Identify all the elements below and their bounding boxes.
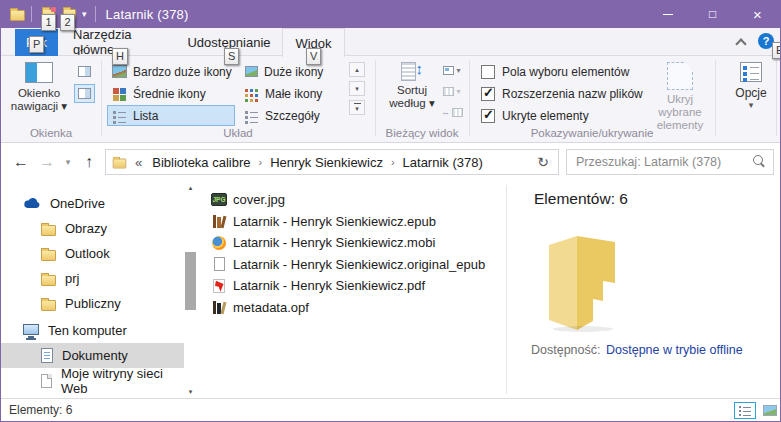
group-separator <box>776 60 777 136</box>
details-pane-button[interactable] <box>74 84 95 103</box>
resize-arrows-icon: ↔ <box>441 107 450 117</box>
sidebar-item-outlook[interactable]: Outlook <box>1 241 184 266</box>
search-input[interactable] <box>567 155 749 169</box>
preview-pane-icon <box>78 66 91 77</box>
group-separator <box>375 60 376 136</box>
refresh-icon[interactable]: ↻ <box>532 154 554 170</box>
sort-by-button[interactable]: ↕ Sortuj według ▾ <box>383 60 441 126</box>
details-pane: Elementów: 6 Dostępność: Dostępne w tryb… <box>507 181 780 398</box>
sidebar-item-prj[interactable]: prj <box>1 266 184 291</box>
scroll-down-icon[interactable]: ▾ <box>184 385 197 398</box>
thumbnail-view-icon <box>763 405 777 416</box>
up-button[interactable]: ↑ <box>77 143 101 181</box>
view-option-list[interactable]: Lista <box>107 105 235 126</box>
layout-more-button[interactable]: ▾ <box>349 100 365 115</box>
qat-dropdown-icon[interactable]: ▾ <box>82 9 87 19</box>
search-icon[interactable] <box>749 152 769 172</box>
keytip-share: S <box>224 48 239 65</box>
breadcrumb-chevron-icon[interactable]: › <box>255 156 267 168</box>
close-button[interactable]: × <box>735 0 780 28</box>
view-option-medium-icons[interactable]: Średnie ikony <box>107 83 235 104</box>
recent-locations-icon[interactable]: ▾ <box>61 143 75 181</box>
view-option-small-icons[interactable]: Małe ikony <box>239 83 345 104</box>
document-icon <box>41 348 53 363</box>
navigation-pane-button[interactable]: Okienko nawigacji ▾ <box>7 60 71 124</box>
checkbox-item-check-boxes[interactable]: ✓ Pola wyboru elementów <box>481 63 629 81</box>
main-content: OneDrive Obrazy Outlook prj Publiczny Te… <box>1 181 780 398</box>
details-pane-icon <box>78 88 91 99</box>
view-option-details[interactable]: Szczegóły <box>239 105 345 126</box>
thumbnail-view-toggle-button[interactable] <box>759 402 781 419</box>
firefox-icon <box>212 236 226 250</box>
calibre-books-icon <box>213 214 225 228</box>
file-name: cover.jpg <box>233 192 285 207</box>
options-label: Opcje <box>727 86 775 100</box>
options-button[interactable]: Opcje ▾ <box>727 61 775 125</box>
checkbox-file-name-extensions[interactable]: ✓ Rozszerzenia nazw plików <box>481 85 643 103</box>
layout-scroll-up-button[interactable]: ▴ <box>349 62 365 77</box>
availability-label: Dostępność: <box>531 343 600 357</box>
extra-large-icons-icon <box>112 65 127 78</box>
window-folder-icon <box>10 10 25 21</box>
file-row-cover-jpg[interactable]: JPG cover.jpg <box>211 189 503 211</box>
breadcrumb-chevron-icon[interactable]: › <box>387 156 399 168</box>
sidebar-item-publiczny[interactable]: Publiczny <box>1 291 184 316</box>
forward-button[interactable]: → <box>35 143 59 181</box>
details-view-icon <box>244 109 259 122</box>
hide-selected-items-button[interactable]: Ukryj wybrane elementy <box>647 60 713 126</box>
scrollbar-thumb[interactable] <box>185 252 196 310</box>
sidebar-item-moje-witryny[interactable]: Moje witryny sieci Web <box>1 368 184 393</box>
file-name: Latarnik - Henryk Sienkiewicz.original_e… <box>233 257 485 272</box>
group-by-button[interactable]: ▾ <box>441 61 463 79</box>
chevron-down-icon: ▾ <box>727 100 775 110</box>
view-option-large-icons[interactable]: Duże ikony <box>239 61 345 82</box>
sidebar-item-onedrive[interactable]: OneDrive <box>1 191 184 216</box>
add-columns-button[interactable]: ▾ <box>441 82 463 100</box>
group-separator <box>715 60 716 136</box>
checkbox-hidden-items[interactable]: ✓ Ukryte elementy <box>481 107 589 125</box>
sidebar-scrollbar[interactable]: ▴ ▾ <box>184 181 197 398</box>
checkbox-label: Rozszerzenia nazw plików <box>502 87 643 101</box>
sort-by-icon: ↕ <box>401 61 423 81</box>
minimize-button[interactable] <box>645 0 690 28</box>
file-row-original-epub[interactable]: Latarnik - Henryk Sienkiewicz.original_e… <box>211 254 503 276</box>
breadcrumb-segment[interactable]: Biblioteka calibre <box>148 155 254 170</box>
maximize-button[interactable]: □ <box>690 0 735 28</box>
view-option-label: Duże ikony <box>264 65 323 79</box>
sidebar-item-label: prj <box>65 271 79 286</box>
file-row-pdf[interactable]: Latarnik - Henryk Sienkiewicz.pdf <box>211 275 503 297</box>
size-columns-icon <box>452 108 463 117</box>
collapse-ribbon-icon[interactable] <box>735 38 746 49</box>
file-row-metadata-opf[interactable]: metadata.opf <box>211 297 503 319</box>
chevron-down-icon: ▾ <box>355 105 359 113</box>
file-row-epub[interactable]: Latarnik - Henryk Sienkiewicz.epub <box>211 211 503 233</box>
view-option-label: Bardzo duże ikony <box>133 65 232 79</box>
blank-page-icon <box>214 257 225 271</box>
calibre-metadata-icon <box>213 300 225 314</box>
scroll-up-icon[interactable]: ▴ <box>184 181 197 194</box>
view-option-label: Małe ikony <box>265 87 322 101</box>
sidebar-item-ten-komputer[interactable]: Ten komputer <box>1 318 184 343</box>
back-button[interactable]: ← <box>9 143 33 181</box>
sidebar-item-dokumenty[interactable]: Dokumenty <box>1 343 184 368</box>
group-by-icon <box>443 66 454 75</box>
file-name: Latarnik - Henryk Sienkiewicz.mobi <box>233 235 435 250</box>
breadcrumb-segment[interactable]: Latarnik (378) <box>399 155 487 170</box>
group-separator <box>101 60 102 136</box>
address-folder-icon <box>113 159 127 169</box>
add-columns-icon <box>443 87 454 96</box>
navigation-pane-icon <box>25 62 53 83</box>
list-view-toggle-button[interactable] <box>734 402 756 419</box>
layout-scroll-down-button[interactable]: ▾ <box>349 81 365 96</box>
file-row-mobi[interactable]: Latarnik - Henryk Sienkiewicz.mobi <box>211 232 503 254</box>
breadcrumb-segment[interactable]: Henryk Sienkiewicz <box>266 155 387 170</box>
breadcrumb-overflow-icon[interactable]: « <box>135 155 142 170</box>
onedrive-cloud-icon <box>23 196 41 212</box>
search-box <box>566 149 774 175</box>
preview-pane-button[interactable] <box>74 62 95 81</box>
size-columns-button[interactable]: ↔ <box>441 103 463 121</box>
sidebar-item-obrazy[interactable]: Obrazy <box>1 216 184 241</box>
checkbox-label: Ukryte elementy <box>502 109 589 123</box>
address-bar[interactable]: « Biblioteka calibre › Henryk Sienkiewic… <box>105 149 559 175</box>
file-name: metadata.opf <box>233 300 309 315</box>
